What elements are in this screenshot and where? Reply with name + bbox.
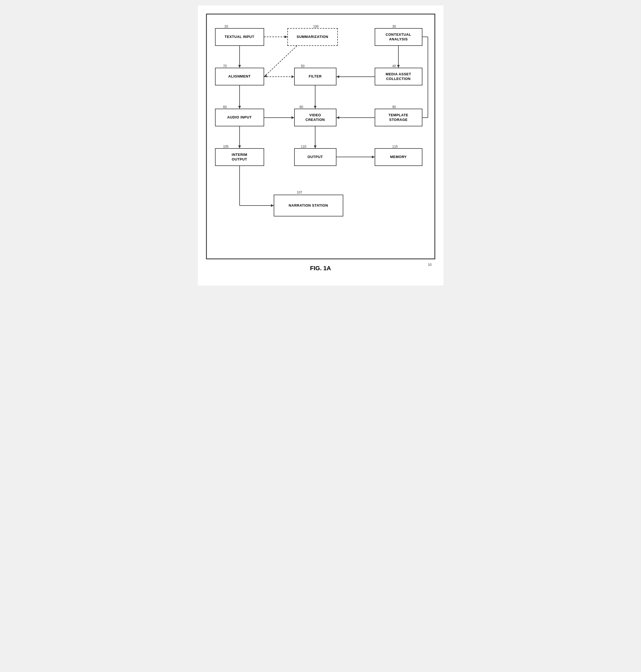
narration-station-label: NARRATION STATION bbox=[289, 203, 328, 208]
svg-marker-19 bbox=[337, 116, 339, 119]
media-asset-box: MEDIA ASSETCOLLECTION bbox=[375, 68, 422, 85]
output-box: OUTPUT bbox=[294, 148, 337, 166]
contextual-analysis-label: CONTEXTUALANALYSIS bbox=[385, 32, 411, 42]
arrows-svg bbox=[207, 14, 434, 258]
ref-10: 10 bbox=[428, 263, 432, 267]
textual-input-label: TEXTUAL INPUT bbox=[224, 35, 254, 39]
memory-label: MEMORY bbox=[390, 155, 407, 159]
alignment-label: ALIGNMENT bbox=[228, 74, 251, 79]
output-label: OUTPUT bbox=[308, 155, 323, 159]
narration-station-box: NARRATION STATION bbox=[274, 194, 343, 216]
ref-20: 20 bbox=[224, 25, 228, 28]
ref-110: 110 bbox=[301, 145, 306, 148]
ref-90: 90 bbox=[392, 105, 396, 109]
video-creation-box: VIDEOCREATION bbox=[294, 109, 337, 126]
svg-marker-17 bbox=[291, 116, 294, 119]
filter-box: FILTER bbox=[294, 68, 337, 85]
svg-marker-21 bbox=[238, 146, 241, 148]
ref-50: 50 bbox=[301, 64, 304, 68]
audio-input-label: AUDIO INPUT bbox=[227, 115, 252, 120]
ref-70: 70 bbox=[223, 64, 227, 68]
filter-label: FILTER bbox=[309, 74, 322, 79]
ref-115: 115 bbox=[392, 145, 398, 148]
svg-marker-28 bbox=[271, 204, 274, 207]
svg-marker-25 bbox=[372, 156, 375, 158]
svg-marker-13 bbox=[314, 106, 316, 109]
template-storage-label: TEMPLATESTORAGE bbox=[388, 113, 408, 122]
ref-30: 30 bbox=[392, 25, 396, 28]
ref-100: 100 bbox=[313, 25, 319, 28]
summarization-label: SUMMARIZATION bbox=[297, 35, 328, 39]
alignment-box: ALIGNMENT bbox=[215, 68, 264, 85]
interim-output-label: INTERIMOUTPUT bbox=[232, 152, 247, 162]
template-storage-box: TEMPLATESTORAGE bbox=[375, 109, 422, 126]
page-wrapper: 10 bbox=[198, 5, 444, 285]
svg-marker-15 bbox=[238, 106, 241, 109]
contextual-analysis-box: CONTEXTUALANALYSIS bbox=[375, 28, 422, 46]
ref-107: 107 bbox=[297, 190, 302, 194]
svg-line-4 bbox=[264, 46, 297, 77]
svg-marker-9 bbox=[397, 65, 400, 68]
textual-input-box: TEXTUAL INPUT bbox=[215, 28, 264, 46]
svg-marker-23 bbox=[314, 146, 316, 148]
memory-box: MEMORY bbox=[375, 148, 422, 166]
ref-60: 60 bbox=[223, 105, 227, 109]
svg-marker-11 bbox=[337, 75, 339, 78]
video-creation-label: VIDEOCREATION bbox=[305, 113, 325, 122]
interim-output-box: INTERIMOUTPUT bbox=[215, 148, 264, 166]
diagram-container: 10 bbox=[206, 14, 435, 259]
svg-marker-3 bbox=[285, 36, 287, 38]
media-asset-label: MEDIA ASSETCOLLECTION bbox=[385, 72, 411, 81]
svg-marker-1 bbox=[238, 65, 241, 68]
summarization-box: SUMMARIZATION bbox=[287, 28, 338, 46]
ref-40: 40 bbox=[392, 64, 396, 68]
svg-marker-7 bbox=[291, 75, 294, 78]
ref-105: 105 bbox=[223, 145, 229, 148]
audio-input-box: AUDIO INPUT bbox=[215, 109, 264, 126]
svg-marker-5 bbox=[264, 74, 267, 77]
ref-80: 80 bbox=[300, 105, 303, 109]
figure-label: FIG. 1A bbox=[206, 265, 435, 272]
